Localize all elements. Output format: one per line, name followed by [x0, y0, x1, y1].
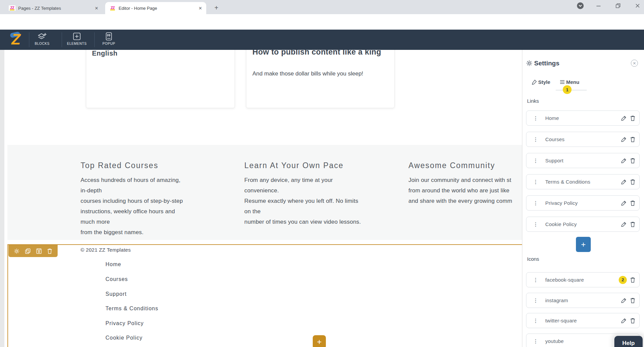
drag-handle-icon[interactable]: ⋮ — [533, 221, 538, 227]
elements-label: ELEMENTS — [67, 42, 87, 45]
tab-title: Pages - ZZ Templates — [18, 6, 61, 11]
drag-handle-icon[interactable]: ⋮ — [533, 318, 538, 324]
zenler-logo[interactable]: Z — [9, 31, 25, 48]
link-row-cookie[interactable]: ⋮ Cookie Policy — [526, 217, 640, 232]
block-selection-border — [7, 244, 522, 245]
block-delete-trash-icon[interactable] — [47, 248, 52, 254]
edit-pencil-icon[interactable] — [621, 179, 627, 185]
edit-pencil-icon[interactable] — [621, 115, 627, 121]
block-save-icon[interactable] — [36, 248, 42, 254]
tab-style[interactable]: Style — [531, 79, 550, 85]
footer-link-courses[interactable]: Courses — [105, 276, 128, 282]
footer-block[interactable]: © 2021 ZZ Templates Home Courses Support… — [4, 244, 522, 347]
step-badge-1: 1 — [563, 85, 572, 94]
delete-trash-icon[interactable] — [630, 158, 635, 164]
browser-update-icon[interactable] — [574, 0, 587, 11]
delete-trash-icon[interactable] — [630, 179, 635, 185]
blocks-button[interactable]: BLOCKS — [29, 32, 56, 45]
delete-trash-icon[interactable] — [630, 136, 635, 143]
block-duplicate-icon[interactable] — [25, 248, 31, 254]
icon-row-facebook[interactable]: ⋮ facebook-square 2 — [526, 272, 640, 287]
edit-pencil-icon[interactable] — [621, 136, 627, 143]
content-card-english[interactable]: English — [86, 50, 235, 108]
footer-link-home[interactable]: Home — [105, 261, 121, 267]
icon-label: twitter-square — [545, 318, 577, 323]
drag-handle-icon[interactable]: ⋮ — [533, 136, 538, 143]
link-label: Terms & Conditions — [545, 179, 590, 185]
drag-handle-icon[interactable]: ⋮ — [533, 297, 538, 304]
settings-close-icon[interactable]: ✕ — [631, 60, 638, 67]
delete-trash-icon[interactable] — [630, 200, 635, 206]
browser-tab-editor[interactable]: ZZ Editor - Home Page ✕ — [105, 2, 206, 14]
add-block-button[interactable]: + — [313, 335, 326, 347]
elements-button[interactable]: ELEMENTS — [63, 32, 90, 45]
tab-menu-label: Menu — [566, 79, 579, 85]
drag-handle-icon[interactable]: ⋮ — [533, 200, 538, 206]
drag-handle-icon[interactable]: ⋮ — [533, 338, 538, 344]
icon-row-twitter[interactable]: ⋮ twitter-square — [526, 313, 640, 328]
tab-menu[interactable]: Menu — [560, 79, 579, 85]
window-restore-button[interactable] — [611, 0, 625, 11]
drag-handle-icon[interactable]: ⋮ — [533, 277, 538, 283]
settings-panel: Settings ✕ Style Menu 1 Links ⋮ Home ⋮ C… — [522, 50, 644, 347]
edit-pencil-icon[interactable] — [621, 297, 627, 304]
editor-toolbar: Z BLOCKS ELEMENTS POPUP ON Home Page Sav… — [0, 30, 644, 50]
delete-trash-icon[interactable] — [630, 297, 635, 304]
drag-handle-icon[interactable]: ⋮ — [533, 115, 538, 121]
zz-favicon: ZZ — [9, 5, 16, 11]
feature-title: Awesome Community — [408, 161, 522, 170]
delete-trash-icon[interactable] — [630, 221, 635, 227]
link-row-courses[interactable]: ⋮ Courses — [526, 132, 640, 147]
popup-button[interactable]: POPUP — [95, 32, 122, 45]
editor-canvas: English How to publish content like a ki… — [0, 50, 522, 347]
feature-column-pace: Learn At Your Own Pace From any device, … — [244, 161, 366, 227]
feature-body: Join our community and connect with st f… — [408, 175, 522, 206]
tab-close-icon[interactable]: ✕ — [95, 6, 98, 11]
block-selection-border — [7, 244, 8, 347]
icon-label: youtube — [545, 338, 564, 344]
icon-label: facebook-square — [545, 277, 584, 283]
browser-tab-pages[interactable]: ZZ Pages - ZZ Templates ✕ — [5, 2, 102, 14]
settings-gear-icon — [526, 60, 532, 66]
content-card-publish[interactable]: How to publish content like a king And m… — [246, 50, 395, 108]
popup-icon — [104, 32, 113, 41]
link-label: Privacy Policy — [545, 200, 578, 206]
link-label: Support — [545, 158, 563, 163]
link-label: Courses — [545, 136, 564, 142]
zz-favicon: ZZ — [109, 5, 116, 11]
link-row-terms[interactable]: ⋮ Terms & Conditions — [526, 174, 640, 189]
edit-pencil-icon[interactable] — [621, 158, 627, 164]
link-row-support[interactable]: ⋮ Support — [526, 153, 640, 168]
link-label: Cookie Policy — [545, 221, 577, 227]
icon-row-instagram[interactable]: ⋮ instagram — [526, 293, 640, 308]
edit-pencil-icon[interactable] — [621, 221, 627, 227]
tab-close-icon[interactable]: ✕ — [198, 6, 202, 11]
popup-label: POPUP — [102, 42, 115, 45]
drag-handle-icon[interactable]: ⋮ — [533, 179, 538, 185]
footer-link-support[interactable]: Support — [105, 291, 127, 297]
blocks-layers-icon — [37, 32, 47, 41]
window-close-button[interactable] — [631, 0, 644, 11]
link-row-home[interactable]: ⋮ Home — [526, 111, 640, 126]
edit-pencil-icon[interactable] — [621, 318, 627, 324]
tab-title: Editor - Home Page — [119, 6, 157, 11]
edit-pencil-icon[interactable] — [621, 200, 627, 206]
new-tab-button[interactable]: + — [212, 3, 221, 13]
delete-trash-icon[interactable] — [630, 115, 635, 121]
card-title: How to publish content like a king — [252, 50, 381, 57]
footer-link-cookie[interactable]: Cookie Policy — [105, 335, 143, 341]
features-section[interactable]: Top Rated Courses Access hundreds of hou… — [7, 145, 522, 240]
delete-trash-icon[interactable] — [630, 318, 635, 324]
help-button[interactable]: Help — [614, 336, 643, 347]
add-link-button[interactable]: + — [576, 237, 591, 252]
footer-link-privacy[interactable]: Privacy Policy — [105, 320, 144, 326]
link-row-privacy[interactable]: ⋮ Privacy Policy — [526, 195, 640, 211]
links-section-label: Links — [527, 98, 539, 104]
icons-section-label: Icons — [527, 256, 539, 262]
footer-link-terms[interactable]: Terms & Conditions — [105, 306, 158, 312]
delete-trash-icon[interactable] — [630, 277, 635, 283]
footer-copyright: © 2021 ZZ Templates — [81, 247, 131, 253]
drag-handle-icon[interactable]: ⋮ — [533, 158, 538, 164]
window-minimize-button[interactable] — [592, 0, 605, 11]
block-settings-gear-icon[interactable] — [14, 248, 20, 254]
